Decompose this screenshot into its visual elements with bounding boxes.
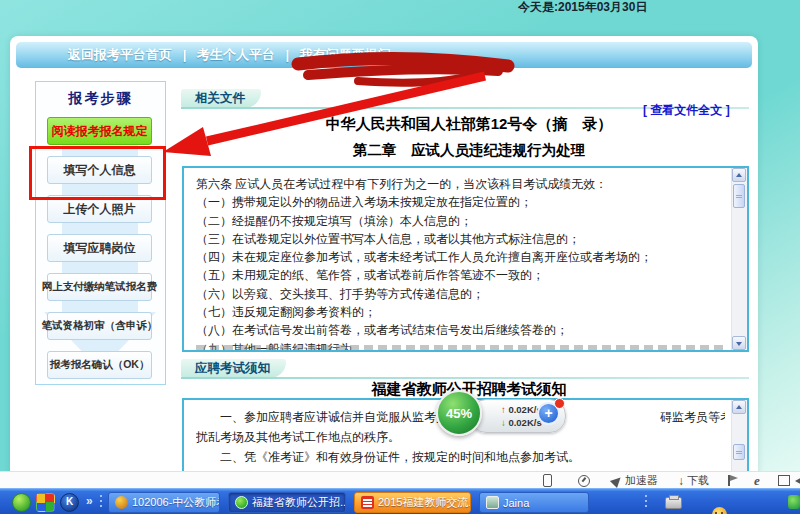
tab-related-files: 相关文件 bbox=[181, 89, 261, 108]
messenger-tray-icon[interactable] bbox=[788, 495, 800, 509]
taskbar-separator bbox=[645, 495, 647, 509]
quicklaunch-green-icon[interactable] bbox=[12, 493, 31, 512]
tab-exam-notice: 应聘考试须知 bbox=[181, 359, 286, 378]
top-navbar: 返回报考平台首页 | 考生个人平台 | 我有问题要提问 bbox=[16, 42, 752, 68]
app-icon bbox=[486, 496, 499, 509]
taskbar-item-fujian-recruit[interactable]: 福建省教师公开招... bbox=[228, 492, 346, 513]
related-files-textbox: 第六条 应试人员在考试过程中有下列行为之一的，当次该科目考试成绩无效： （一）携… bbox=[182, 166, 749, 352]
doc-line: （三）在试卷规定以外位置书写本人信息，或者以其他方式标注信息的； bbox=[196, 230, 725, 248]
taskbar-item-zhonggong[interactable]: 102006-中公教师考... bbox=[108, 492, 220, 513]
ie-icon[interactable]: e bbox=[754, 473, 760, 488]
scrollbar[interactable] bbox=[731, 168, 747, 350]
nav-link-ask-question[interactable]: 我有问题要提问 bbox=[300, 47, 391, 62]
printer-tray-icon[interactable] bbox=[665, 497, 682, 509]
sidebar-step-fill-position[interactable]: 填写应聘岗位 bbox=[47, 234, 152, 262]
nav-separator: | bbox=[286, 47, 290, 62]
document-body: 第六条 应试人员在考试过程中有下列行为之一的，当次该科目考试成绩无效： （一）携… bbox=[196, 175, 725, 352]
current-date: 今天是:2015年03月30日 bbox=[518, 0, 647, 16]
document-title: 中华人民共和国人社部第12号令（摘 录） bbox=[183, 115, 755, 134]
scroll-up-icon[interactable] bbox=[732, 168, 746, 182]
sidebar-step-pay-fee[interactable]: 网上支付缴纳笔试报名费 bbox=[47, 273, 152, 301]
scroll-up-icon[interactable] bbox=[732, 400, 746, 414]
sidebar-step-qualification-review[interactable]: 笔试资格初审（含申诉） bbox=[47, 312, 152, 340]
rocket-icon bbox=[610, 473, 624, 487]
doc-line: （七）违反规定翻阅参考资料的； bbox=[196, 303, 725, 321]
download-button[interactable]: 下载 bbox=[678, 473, 709, 488]
download-speed: 0.02K/s bbox=[501, 416, 542, 429]
app-icon bbox=[115, 496, 128, 509]
doc-line: （六）以旁窥、交头接耳、打手势等方式传递信息的； bbox=[196, 285, 725, 303]
sidebar-step-read-rules[interactable]: 阅读报考报名规定 bbox=[47, 117, 152, 145]
quicklaunch-k-icon[interactable]: K bbox=[60, 493, 79, 512]
upload-speed: 0.02K/s bbox=[501, 403, 542, 416]
browser-page-window: 返回报考平台首页 | 考生个人平台 | 我有问题要提问 报考步骤 阅读报考报名规… bbox=[10, 36, 758, 481]
scroll-thumb[interactable] bbox=[733, 184, 745, 208]
clipped-text-line bbox=[196, 345, 725, 350]
taskbar-item-teacher-group[interactable]: 2015福建教师交流... bbox=[354, 492, 471, 513]
qq-avatar-tray-icon[interactable] bbox=[712, 507, 727, 514]
download-icon bbox=[678, 474, 684, 488]
doc-line: （八）在考试信号发出前答卷，或者考试结束信号发出后继续答卷的； bbox=[196, 321, 725, 339]
scroll-down-icon[interactable] bbox=[732, 336, 746, 350]
annotation-highlight-box bbox=[29, 146, 166, 200]
doc-line: （二）经提醒仍不按规定填写（填涂）本人信息的； bbox=[196, 212, 725, 230]
volume-icon[interactable] bbox=[795, 473, 800, 488]
nav-link-personal-platform[interactable]: 考生个人平台 bbox=[197, 47, 275, 62]
notice-line: 二、凭《准考证》和有效身份证件，按规定的时间和地点参加考试。 bbox=[196, 447, 725, 467]
browser-icon bbox=[235, 496, 248, 509]
doc-line: （五）未用规定的纸、笔作答，或者试卷前后作答笔迹不一致的； bbox=[196, 266, 725, 284]
window-icon[interactable] bbox=[778, 473, 790, 488]
scroll-thumb[interactable] bbox=[733, 444, 745, 460]
desktop-screen: 今天是:2015年03月30日 返回报考平台首页 | 考生个人平台 | 我有问题… bbox=[0, 0, 800, 514]
nav-separator: | bbox=[183, 47, 187, 62]
tab-divider bbox=[181, 377, 749, 379]
sidebar-step-confirm[interactable]: 报考报名确认（OK） bbox=[47, 351, 152, 379]
flag-icon[interactable] bbox=[728, 473, 730, 488]
taskbar-separator bbox=[100, 495, 102, 509]
steps-sidebar: 报考步骤 阅读报考报名规定 填写个人信息 上传个人照片 填写应聘岗位 网上支付缴… bbox=[35, 81, 166, 385]
browser-status-bar: 加速器 下载 e bbox=[0, 471, 800, 489]
doc-line: 第六条 应试人员在考试过程中有下列行为之一的，当次该科目考试成绩无效： bbox=[196, 175, 725, 193]
app-icon bbox=[361, 496, 374, 509]
document-subtitle: 第二章 应试人员违纪违规行为处理 bbox=[183, 141, 755, 160]
quicklaunch-colors-icon[interactable] bbox=[36, 493, 55, 512]
phone-icon[interactable] bbox=[543, 473, 552, 488]
download-speed-widget[interactable]: 0.02K/s 0.02K/s + 45% bbox=[432, 390, 567, 440]
taskbar-item-jaina[interactable]: Jaina bbox=[479, 492, 589, 513]
nav-link-platform-home[interactable]: 返回报考平台首页 bbox=[68, 47, 172, 62]
sidebar-title: 报考步骤 bbox=[36, 90, 165, 108]
doc-line: （一）携带规定以外的物品进入考场未按规定放在指定位置的； bbox=[196, 193, 725, 211]
quicklaunch-overflow-chevron[interactable]: » bbox=[86, 494, 93, 508]
scrollbar[interactable] bbox=[731, 400, 747, 479]
accelerator-button[interactable]: 加速器 bbox=[612, 473, 658, 488]
doc-line: （四）未在规定座位参加考试，或者未经考试工作人员允许擅自离开座位或者考场的； bbox=[196, 248, 725, 266]
notification-dot bbox=[554, 398, 565, 409]
speed-icon[interactable] bbox=[578, 473, 590, 488]
taskbar: K » 102006-中公教师考... 福建省教师公开招... 2015福建教师… bbox=[0, 488, 800, 514]
progress-ball[interactable]: 45% bbox=[436, 390, 482, 436]
